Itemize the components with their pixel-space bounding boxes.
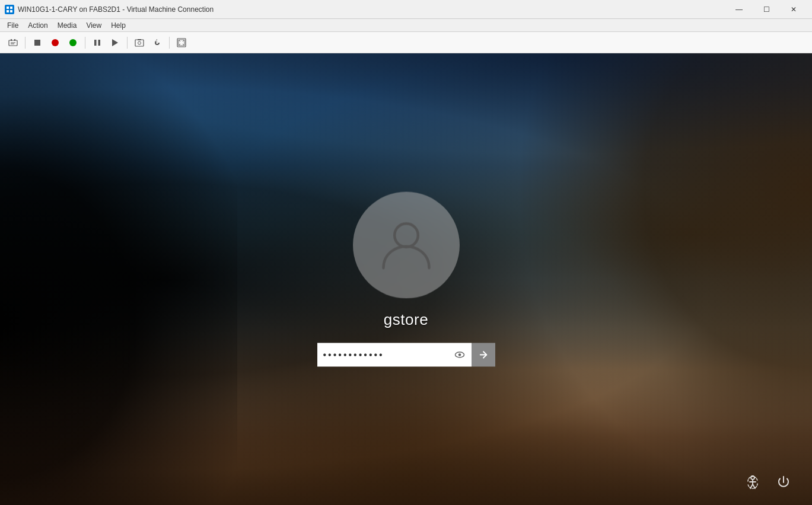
svg-point-10 (52, 39, 59, 46)
svg-point-11 (69, 39, 77, 46)
svg-rect-0 (7, 7, 9, 9)
toolbar (0, 32, 812, 53)
svg-rect-5 (11, 39, 12, 41)
svg-rect-2 (7, 10, 9, 12)
titlebar-icon (5, 5, 14, 14)
menu-view[interactable]: View (81, 20, 106, 31)
toolbar-stop[interactable] (29, 34, 46, 51)
svg-rect-1 (10, 7, 12, 9)
close-button[interactable]: ✕ (780, 0, 807, 19)
svg-point-24 (394, 223, 418, 247)
svg-rect-13 (98, 40, 101, 46)
svg-rect-6 (14, 39, 15, 41)
menubar: File Action Media View Help (0, 19, 812, 32)
toolbar-sep-2 (85, 37, 85, 49)
ease-of-access-button[interactable] (742, 472, 763, 493)
toolbar-resume[interactable] (107, 34, 123, 51)
toolbar-snapshot[interactable] (131, 34, 148, 51)
titlebar-title: WIN10G1-1-CARY on FABS2D1 - Virtual Mach… (18, 5, 725, 14)
maximize-button[interactable]: ☐ (753, 0, 780, 19)
titlebar-controls: — ☐ ✕ (725, 0, 807, 19)
titlebar: WIN10G1-1-CARY on FABS2D1 - Virtual Mach… (0, 0, 812, 19)
svg-line-32 (753, 484, 755, 488)
svg-rect-3 (10, 10, 12, 12)
svg-line-20 (179, 40, 180, 41)
svg-line-22 (179, 44, 180, 46)
toolbar-revert[interactable] (149, 34, 165, 51)
login-panel: gstore (317, 192, 495, 367)
svg-point-26 (458, 353, 461, 356)
menu-media[interactable]: Media (53, 20, 82, 31)
toolbar-fullscreen[interactable] (173, 34, 190, 51)
svg-line-21 (183, 40, 184, 41)
toolbar-shutdown[interactable] (47, 34, 63, 51)
cave-top (0, 53, 812, 172)
password-container (317, 343, 495, 367)
svg-rect-15 (135, 40, 144, 46)
menu-file[interactable]: File (2, 20, 23, 31)
svg-rect-17 (138, 39, 141, 40)
reveal-password-button[interactable] (448, 343, 472, 367)
svg-rect-9 (34, 40, 40, 46)
toolbar-sep-3 (127, 37, 128, 49)
toolbar-ctrl-alt-del[interactable] (5, 34, 21, 51)
vm-screen[interactable]: gstore (0, 53, 812, 505)
menu-help[interactable]: Help (106, 20, 130, 31)
username-label: gstore (384, 311, 428, 329)
password-input[interactable] (317, 343, 448, 367)
svg-point-16 (138, 41, 141, 44)
toolbar-start[interactable] (65, 34, 81, 51)
menu-action[interactable]: Action (23, 20, 52, 31)
power-button[interactable] (773, 472, 794, 493)
toolbar-sep-4 (169, 37, 170, 49)
submit-button[interactable] (472, 343, 495, 367)
svg-marker-14 (112, 39, 118, 46)
user-avatar (353, 192, 460, 299)
toolbar-sep-1 (25, 37, 26, 49)
bottom-controls (742, 472, 794, 493)
svg-line-23 (183, 44, 184, 46)
svg-rect-12 (94, 40, 97, 46)
minimize-button[interactable]: — (725, 0, 753, 19)
toolbar-pause[interactable] (89, 34, 106, 51)
